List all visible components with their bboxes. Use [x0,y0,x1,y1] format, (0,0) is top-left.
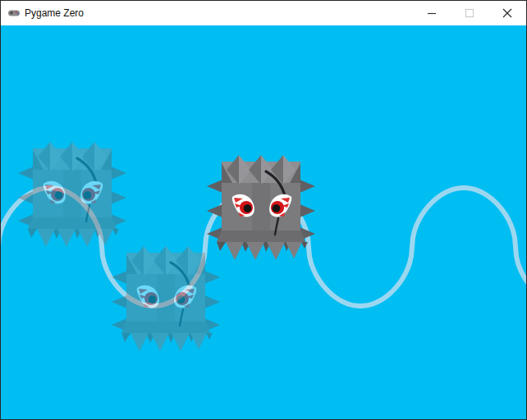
game-viewport[interactable] [1,25,526,419]
window-title: Pygame Zero [25,7,413,19]
window-controls [413,1,526,25]
gamepad-icon [7,7,21,20]
close-button[interactable] [488,1,526,25]
app-window: Pygame Zero [0,0,527,420]
spike-enemy-active[interactable] [205,152,317,263]
maximize-button [451,1,488,25]
minimize-button[interactable] [413,1,451,25]
titlebar[interactable]: Pygame Zero [1,1,526,25]
spike-enemy-ghost-1[interactable] [16,139,128,250]
